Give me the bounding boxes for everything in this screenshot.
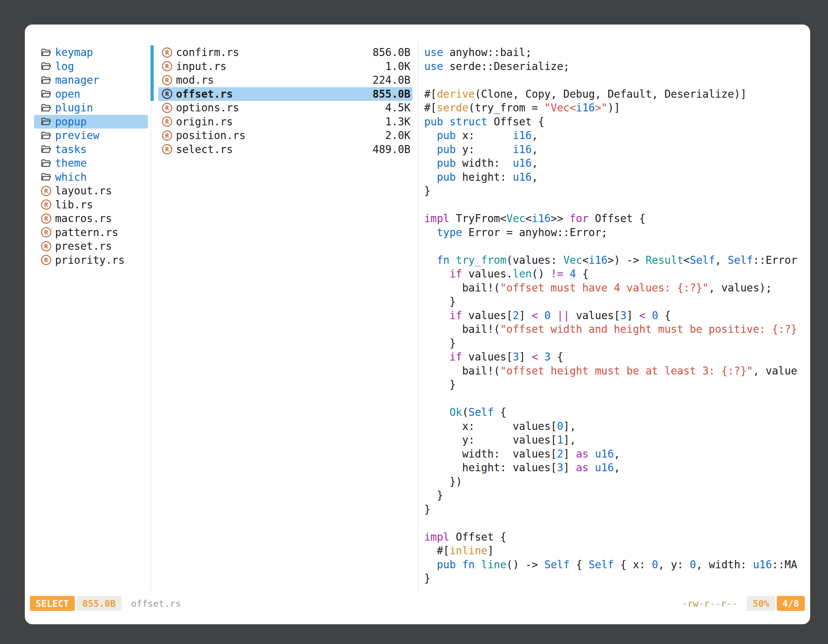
sidebar-item-keymap[interactable]: keymap (34, 45, 148, 60)
sidebar-item-preview[interactable]: preview (34, 128, 148, 143)
code-line: } (424, 489, 804, 502)
sidebar-item-macros-rs[interactable]: Rmacros.rs (34, 212, 148, 226)
code-line: height: values[3] as u16, (424, 461, 804, 475)
cursor-position-badge: 4/8 (777, 596, 805, 611)
sidebar-item-theme[interactable]: theme (34, 156, 148, 170)
file-row-confirm-rs[interactable]: Rconfirm.rs856.0B (158, 45, 412, 60)
sidebar-item-priority-rs[interactable]: Rpriority.rs (34, 253, 148, 267)
file-rows: Rconfirm.rs856.0BRinput.rs1.0KRmod.rs224… (151, 45, 418, 156)
code-line: y: values[1], (424, 433, 804, 447)
sidebar-item-label: tasks (55, 143, 86, 155)
file-row-position-rs[interactable]: Rposition.rs2.0K (158, 128, 412, 143)
code-line: #[serde(try_from = "Vec<i16>")] (424, 101, 804, 115)
sidebar-item-label: priority.rs (55, 254, 125, 266)
file-row-offset-rs[interactable]: Roffset.rs855.0B (158, 87, 412, 101)
rust-file-icon: R (162, 103, 172, 113)
file-name: options.rs (176, 102, 381, 114)
rust-file-icon: R (162, 89, 172, 99)
rust-file-icon: R (162, 47, 172, 58)
sidebar-item-tasks[interactable]: tasks (34, 143, 148, 157)
file-size: 4.5K (385, 102, 411, 114)
sidebar-item-label: log (55, 60, 74, 72)
sidebar-item-label: lib.rs (55, 199, 93, 211)
file-size: 1.3K (385, 116, 411, 128)
code-line: if values.len() != 4 { (424, 267, 804, 281)
code-line: } (424, 295, 804, 309)
sidebar-item-lib-rs[interactable]: Rlib.rs (34, 198, 148, 212)
folder-icon (41, 172, 51, 181)
file-row-input-rs[interactable]: Rinput.rs1.0K (158, 60, 412, 74)
sidebar-item-label: popup (55, 116, 86, 128)
rust-file-icon: R (41, 213, 51, 224)
code-line: if values[3] < 3 { (424, 350, 804, 364)
rust-file-icon: R (41, 241, 51, 251)
code-line (424, 392, 804, 406)
sidebar-item-open[interactable]: open (34, 87, 148, 101)
preview-pane[interactable]: use anyhow::bail;use serde::Deserialize;… (418, 42, 810, 591)
rust-file-icon: R (162, 75, 172, 85)
file-manager-window: keymaplogmanageropenpluginpopuppreviewta… (25, 25, 810, 624)
sidebar-item-label: preset.rs (55, 240, 112, 252)
scroll-percent-badge: 50% (747, 596, 775, 611)
rust-file-icon: R (41, 255, 51, 265)
code-line: pub width: u16, (424, 156, 804, 170)
code-preview: use anyhow::bail;use serde::Deserialize;… (424, 45, 804, 586)
rust-file-icon: R (41, 227, 51, 237)
code-line: fn try_from(values: Vec<i16>) -> Result<… (424, 253, 804, 267)
code-line: use serde::Deserialize; (424, 60, 804, 74)
file-list-pane[interactable]: Rconfirm.rs856.0BRinput.rs1.0KRmod.rs224… (151, 42, 418, 591)
file-size: 224.0B (373, 74, 411, 86)
file-row-origin-rs[interactable]: Rorigin.rs1.3K (158, 115, 412, 129)
rust-file-icon: R (162, 130, 172, 141)
sidebar-item-label: pattern.rs (55, 226, 118, 239)
code-line: impl TryFrom<Vec<i16>> for Offset { (424, 212, 804, 226)
rust-file-icon: R (162, 61, 172, 71)
code-line (424, 239, 804, 253)
code-line: } (424, 572, 804, 586)
mode-badge: SELECT (30, 596, 75, 611)
file-row-options-rs[interactable]: Roptions.rs4.5K (158, 101, 412, 115)
file-list-scrollbar[interactable] (151, 45, 154, 101)
file-name: confirm.rs (176, 46, 369, 58)
file-size: 855.0B (373, 88, 411, 100)
sidebar-item-manager[interactable]: manager (34, 73, 148, 87)
code-line: width: values[2] as u16, (424, 447, 804, 461)
code-line: type Error = anyhow::Error; (424, 226, 804, 240)
file-name: input.rs (176, 60, 381, 72)
sidebar-item-pattern-rs[interactable]: Rpattern.rs (34, 226, 148, 240)
sidebar-item-layout-rs[interactable]: Rlayout.rs (34, 184, 148, 198)
file-size: 2.0K (385, 129, 411, 142)
rust-file-icon: R (41, 186, 51, 196)
sidebar-item-label: which (55, 171, 86, 183)
file-name: position.rs (176, 129, 381, 142)
file-name: select.rs (176, 143, 369, 155)
sidebar-item-which[interactable]: which (34, 170, 148, 184)
sidebar-item-label: plugin (55, 102, 93, 114)
rust-file-icon: R (41, 199, 51, 210)
sidebar-pane[interactable]: keymaplogmanageropenpluginpopuppreviewta… (25, 42, 151, 591)
code-line: pub fn line() -> Self { Self { x: 0, y: … (424, 558, 804, 572)
file-row-mod-rs[interactable]: Rmod.rs224.0B (158, 73, 412, 87)
file-name: mod.rs (176, 74, 369, 86)
code-line: pub y: i16, (424, 143, 804, 157)
code-line: Ok(Self { (424, 405, 804, 419)
sidebar-item-plugin[interactable]: plugin (34, 101, 148, 115)
folder-icon (41, 131, 51, 140)
code-line: #[derive(Clone, Copy, Debug, Default, De… (424, 87, 804, 101)
code-line: pub height: u16, (424, 170, 804, 184)
code-line: } (424, 378, 804, 392)
rust-file-icon: R (162, 144, 172, 154)
file-row-select-rs[interactable]: Rselect.rs489.0B (158, 143, 412, 157)
content-area: keymaplogmanageropenpluginpopuppreviewta… (25, 42, 810, 591)
file-name: origin.rs (176, 116, 381, 128)
sidebar-item-log[interactable]: log (34, 60, 148, 74)
code-line: pub x: i16, (424, 128, 804, 143)
code-line: }) (424, 475, 804, 489)
code-line: bail!("offset must have 4 values: {:?}",… (424, 281, 804, 295)
sidebar-item-popup[interactable]: popup (34, 115, 148, 129)
code-line: x: values[0], (424, 419, 804, 433)
code-line: if values[2] < 0 || values[3] < 0 { (424, 309, 804, 323)
folder-icon (41, 62, 51, 71)
sidebar-item-preset-rs[interactable]: Rpreset.rs (34, 239, 148, 253)
code-line: bail!("offset width and height must be p… (424, 322, 804, 336)
